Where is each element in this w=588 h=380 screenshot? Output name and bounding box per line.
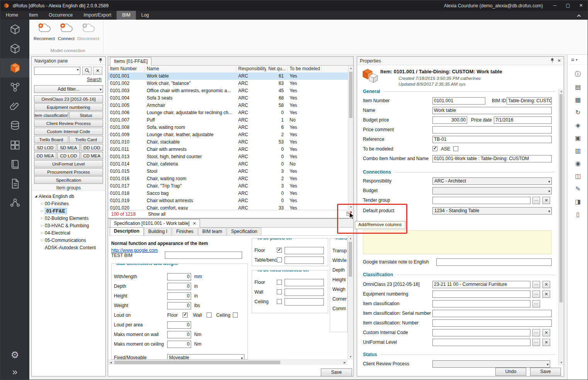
save-button[interactable]: Save	[530, 368, 561, 376]
moment-input-1[interactable]: 0	[167, 341, 191, 348]
scroll-up-icon[interactable]: ▲	[348, 236, 353, 241]
name-input[interactable]: Work table	[432, 107, 552, 114]
clear-search-button[interactable]: ✕	[93, 67, 102, 75]
edit-model-icon[interactable]: ✎	[568, 182, 588, 195]
info-icon[interactable]: ⓘ	[568, 68, 588, 81]
chevron-down-icon[interactable]: ▾	[576, 58, 578, 62]
mounted-ceiling-checkbox[interactable]	[277, 299, 282, 304]
derived-model-icon[interactable]: ◨	[568, 195, 588, 208]
filter-sd-mea[interactable]: SD MEA	[57, 144, 80, 151]
mounted-ceiling-input[interactable]	[285, 298, 324, 306]
google-translate-input[interactable]	[436, 258, 552, 266]
filter-uniformat-level[interactable]: UniFormat Level	[34, 160, 103, 167]
fixed-moveable-dropdown[interactable]: Moveable▾	[167, 354, 244, 360]
table-row[interactable]: 0101.014Chair, cafeteriaARC0No	[108, 160, 348, 168]
close-panel-icon[interactable]: ✕	[557, 58, 561, 63]
spec-tab-building-i[interactable]: Building I	[144, 228, 171, 235]
more-button[interactable]: ⋯	[532, 281, 540, 288]
more-button[interactable]: ⋯	[532, 339, 540, 346]
column-header-responsibility[interactable]: Responsibility	[236, 66, 266, 73]
table-row[interactable]: 0101.018Sacco bagARC0Yes	[108, 190, 348, 197]
scroll-down-icon[interactable]: ▼	[348, 354, 353, 360]
table-row[interactable]: 0101.006Lounge chair, adjustable for rec…	[108, 109, 348, 117]
table-row[interactable]: 0101.016Chair, waiting roomARC2Yes	[108, 175, 348, 182]
filter-status[interactable]: Status	[69, 111, 103, 119]
tree-root[interactable]: ◢Alexia English db	[33, 193, 105, 200]
settings-gear-icon[interactable]: ⚙	[0, 350, 29, 360]
search-link[interactable]: Search	[87, 77, 102, 82]
pin-icon[interactable]	[550, 58, 554, 64]
menu-occurrence[interactable]: Occurrence	[43, 11, 78, 20]
search-button[interactable]	[82, 67, 92, 75]
tree-item-05-communications[interactable]: ▷05-Communications	[33, 236, 105, 244]
clear-button[interactable]: ✕	[542, 329, 550, 336]
reports-icon[interactable]	[0, 174, 29, 193]
attachments-icon[interactable]	[0, 97, 29, 116]
filter-trello-board[interactable]: Trello Board	[34, 136, 68, 143]
search-input[interactable]: ▾	[34, 67, 80, 75]
spec-save-button[interactable]: Save	[321, 368, 352, 377]
to-be-modeled-checkbox[interactable]	[432, 146, 437, 151]
placed-table-bench-checkbox[interactable]	[277, 257, 282, 262]
google-link[interactable]: http://www.google.com	[111, 248, 158, 253]
more-button[interactable]: ⋯	[532, 290, 540, 298]
scrollbar-thumb[interactable]	[349, 242, 352, 277]
menu-item[interactable]: Item	[24, 11, 43, 20]
price-comment-input[interactable]	[432, 126, 552, 133]
table-row[interactable]: 0101.019Chair without armrestsARC0Yes	[108, 197, 348, 204]
items-icon[interactable]	[0, 58, 29, 78]
collapse-panels-icon[interactable]: »	[0, 366, 29, 377]
scrollbar-thumb[interactable]	[349, 72, 352, 118]
reconnect-button[interactable]: Reconnect	[33, 22, 55, 46]
clipboard-icon[interactable]: ▥	[568, 144, 588, 157]
tree-item-04-electrical[interactable]: ▷04-Electrical	[33, 229, 105, 236]
mounted-wall-checkbox[interactable]	[277, 289, 282, 294]
classification-input-2[interactable]	[432, 300, 530, 307]
properties-vertical-scrollbar[interactable]: ▲ ▼	[558, 89, 563, 365]
table-row[interactable]: 0101.013Stool, high, behind counterARC0Y…	[108, 153, 348, 160]
classification-input-6[interactable]	[432, 339, 530, 346]
note-textarea[interactable]	[363, 230, 552, 254]
scroll-right-icon[interactable]: ▶	[342, 360, 347, 365]
loud-on-wall-checkbox[interactable]	[207, 312, 212, 318]
table-row[interactable]: 0101.011Chair with armrestsARC0Yes	[108, 146, 348, 153]
specification-tab[interactable]: Specification [0101.001 - Work table] ✕	[110, 219, 200, 228]
disconnect-button[interactable]: Disconnect	[77, 22, 99, 46]
scroll-up-icon[interactable]: ▲	[348, 66, 354, 71]
contacts-icon[interactable]	[0, 193, 29, 213]
table-row[interactable]: 0101.009Lounge chair, leather, adjustabl…	[108, 131, 348, 138]
menu-import-export[interactable]: Import/Export	[78, 11, 117, 20]
spec-tab-finishes[interactable]: Finishes	[172, 228, 198, 235]
bim-id-input[interactable]: Table-Dining: CUSTOM	[507, 97, 552, 105]
menu-log[interactable]: Log	[136, 11, 154, 20]
collapse-ribbon-icon[interactable]	[578, 14, 581, 17]
menu-bim[interactable]: BIM	[117, 11, 136, 20]
items-tab[interactable]: Items [01-FF&E]	[110, 57, 151, 66]
filter-dd-lod[interactable]: DD LOD	[81, 144, 103, 151]
expand-arrow-icon[interactable]: ◢	[33, 194, 39, 198]
spec-tab-specification[interactable]: Specification	[227, 228, 261, 235]
more-button[interactable]: ⋯	[532, 300, 540, 307]
menu-home[interactable]: Home	[0, 11, 24, 20]
camera-icon[interactable]: ◉	[568, 157, 588, 170]
column-header-net-qu[interactable]: Net qu...	[266, 66, 288, 73]
column-header-item-number[interactable]: Item Number	[108, 66, 145, 73]
items-vertical-scrollbar[interactable]: ▲ ▼	[348, 66, 353, 210]
budget-dropdown[interactable]: ▾	[432, 187, 552, 194]
moment-input-0[interactable]: 0	[167, 331, 191, 338]
table-row[interactable]: 0101.015StoolARC3Yes	[108, 168, 348, 175]
clear-button[interactable]: ✕	[542, 290, 550, 298]
more-button[interactable]: ⋯	[532, 197, 540, 204]
mounted-floor-input[interactable]	[285, 279, 324, 286]
ase-checkbox[interactable]	[453, 146, 458, 151]
classification-input-1[interactable]	[432, 290, 530, 298]
table-row[interactable]: 0101.010Chair, stackableARC53Yes	[108, 138, 348, 146]
close-icon[interactable]: ✕	[574, 0, 588, 11]
classification-input-0[interactable]: 23-21 11 00 - Commercial Furniture	[432, 281, 530, 288]
table-row[interactable]: 0101.003Office chair with armrests, ergo…	[108, 87, 348, 95]
close-tab-icon[interactable]: ✕	[193, 220, 196, 228]
more-button[interactable]: ⋯	[532, 329, 540, 336]
clear-button[interactable]: ✕	[542, 281, 550, 288]
filter-procurement-process[interactable]: Procurement Process	[34, 168, 103, 176]
item-number-input[interactable]: 0101.001	[432, 97, 485, 105]
